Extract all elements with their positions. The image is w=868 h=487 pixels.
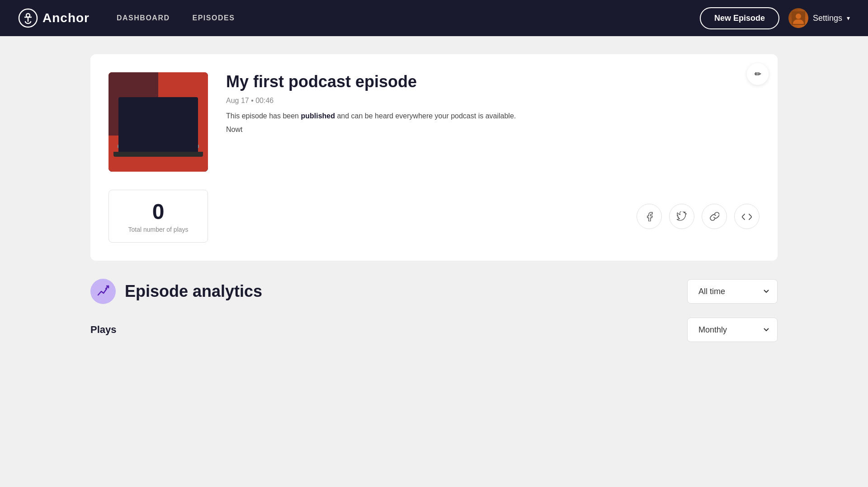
analytics-header: Episode analytics All time 7 days 30 day… — [90, 279, 778, 304]
link-icon — [709, 211, 719, 221]
pencil-icon: ✏ — [755, 69, 761, 79]
svg-point-16 — [131, 149, 158, 163]
main-content: ✏ — [0, 36, 868, 370]
episode-card-top: My first podcast episode Aug 17 • 00:46 … — [108, 72, 760, 172]
status-text-after: and can be heard everywhere your podcast… — [335, 112, 516, 120]
svg-rect-12 — [127, 124, 158, 126]
plays-label: Total number of plays — [127, 226, 189, 233]
settings-label: Settings — [813, 14, 842, 23]
episode-bottom: 0 Total number of plays — [108, 190, 760, 243]
twitter-icon — [677, 211, 687, 221]
plays-section-title: Plays — [90, 324, 117, 336]
svg-rect-11 — [127, 120, 149, 122]
episode-info: My first podcast episode Aug 17 • 00:46 … — [226, 72, 760, 172]
svg-rect-13 — [127, 129, 165, 131]
analytics-section: Episode analytics All time 7 days 30 day… — [90, 279, 778, 351]
share-embed-button[interactable] — [734, 204, 760, 229]
plays-section: Plays Monthly Weekly Daily — [90, 318, 778, 351]
share-facebook-button[interactable] — [637, 204, 662, 229]
anchor-logo-icon — [18, 8, 38, 28]
svg-rect-9 — [127, 111, 154, 112]
svg-rect-15 — [118, 145, 199, 148]
facebook-icon — [644, 211, 654, 221]
new-episode-button[interactable]: New Episode — [700, 7, 779, 29]
svg-rect-7 — [124, 102, 192, 141]
svg-point-3 — [796, 14, 801, 19]
nav-dashboard[interactable]: DASHBOARD — [117, 14, 170, 22]
plays-count: 0 — [127, 199, 189, 224]
share-link-button[interactable] — [702, 204, 727, 229]
share-twitter-button[interactable] — [669, 204, 694, 229]
avatar — [788, 8, 808, 28]
plays-card: 0 Total number of plays — [108, 190, 208, 243]
nav-episodes[interactable]: EPISODES — [193, 14, 235, 22]
edit-button[interactable]: ✏ — [747, 63, 769, 85]
thumbnail-svg — [108, 72, 208, 172]
avatar-icon — [792, 11, 805, 25]
thumbnail-image — [108, 72, 208, 172]
episode-description: Nowt — [226, 126, 760, 134]
chart-icon — [97, 285, 109, 298]
svg-point-17 — [158, 149, 185, 163]
episode-meta: Aug 17 • 00:46 — [226, 97, 760, 105]
svg-rect-10 — [127, 115, 167, 117]
svg-rect-6 — [122, 99, 194, 145]
svg-rect-5 — [108, 72, 158, 136]
chevron-down-icon: ▾ — [847, 14, 850, 22]
analytics-icon — [90, 279, 116, 304]
share-buttons — [637, 204, 760, 229]
nav-links: DASHBOARD EPISODES — [117, 14, 235, 22]
monthly-select[interactable]: Monthly Weekly Daily — [687, 318, 778, 342]
episode-card: ✏ — [90, 54, 778, 261]
time-range-select[interactable]: All time 7 days 30 days 3 months 1 year — [687, 279, 778, 304]
embed-icon — [742, 211, 752, 221]
svg-rect-14 — [127, 133, 147, 135]
episode-thumbnail — [108, 72, 208, 172]
status-text-before: This episode has been — [226, 112, 301, 120]
navbar: Anchor DASHBOARD EPISODES New Episode Se… — [0, 0, 868, 36]
analytics-title-group: Episode analytics — [90, 279, 262, 304]
episode-status: This episode has been published and can … — [226, 112, 760, 120]
navbar-left: Anchor DASHBOARD EPISODES — [18, 8, 235, 28]
episode-title: My first podcast episode — [226, 72, 760, 91]
analytics-title: Episode analytics — [125, 282, 262, 301]
logo[interactable]: Anchor — [18, 8, 90, 28]
status-bold: published — [301, 112, 335, 120]
settings-container[interactable]: Settings ▾ — [788, 8, 850, 28]
svg-rect-8 — [127, 106, 163, 108]
navbar-right: New Episode Settings ▾ — [700, 7, 850, 29]
logo-text: Anchor — [42, 11, 90, 25]
